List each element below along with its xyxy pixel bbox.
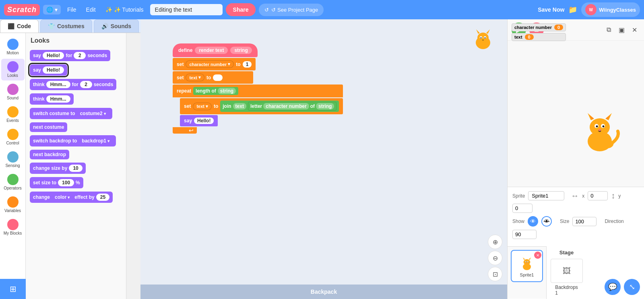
block-next-costume[interactable]: next costume (30, 122, 67, 132)
block-say[interactable]: say Hello! (30, 64, 67, 76)
sprite-name-input[interactable] (528, 191, 564, 200)
block-say-seconds[interactable]: say Hello! for 2 seconds (30, 50, 110, 61)
hat-string: string (230, 47, 252, 54)
tab-costumes[interactable]: 👕 Costumes (40, 19, 92, 33)
zoom-out-button[interactable]: ⊖ (488, 251, 502, 265)
expand-button[interactable]: ⤡ (624, 279, 640, 295)
letter-block: letter character number of string (248, 102, 336, 111)
say-input: Hello! (43, 66, 64, 74)
code-icon: ⬛ (8, 23, 14, 29)
block-change-effect[interactable]: change color ▾ effect by 25 (30, 192, 113, 203)
collapse-stage-button[interactable]: ⧉ (603, 24, 614, 35)
block-think-seconds[interactable]: think Hmm... for 2 seconds (30, 79, 116, 90)
block-set-text-join[interactable]: set text ▾ to join text letter character (180, 98, 343, 114)
block-row-next-costume: next costume (26, 121, 126, 134)
sidebar-item-motion[interactable]: Motion (1, 36, 25, 58)
sprite-delete-button[interactable]: ✕ (534, 252, 541, 259)
folder-icon[interactable]: 📁 (568, 5, 577, 14)
sidebar-item-myblocks[interactable]: My Blocks (1, 217, 25, 238)
backdrop-label: switch backdrop to (33, 138, 77, 144)
size-input[interactable] (572, 217, 597, 226)
costumes-icon: 👕 (48, 23, 55, 29)
block-change-size[interactable]: change size by 10 (30, 163, 86, 174)
sidebar-item-sensing[interactable]: Sensing (1, 149, 25, 171)
svg-marker-2 (476, 29, 480, 34)
backpack-bar[interactable]: Backpack (140, 285, 507, 299)
avatar-image: W (585, 4, 597, 15)
repeat-block-group: repeat length of string set text ▾ to jo… (173, 85, 343, 134)
zoom-fit-button[interactable]: ⊡ (488, 267, 502, 281)
block-think[interactable]: think Hmm... (30, 93, 74, 105)
direction-input[interactable] (512, 230, 537, 239)
effect-dropdown[interactable]: color ▾ (52, 194, 73, 201)
size-label: Size (560, 219, 569, 224)
repeat-end-cap: ↩ (173, 127, 197, 134)
share-button[interactable]: Share (226, 3, 256, 16)
save-now-button[interactable]: Save Now (538, 6, 564, 13)
left-panel: ⬛ Code 👕 Costumes 🔊 Sounds Motion (0, 19, 140, 299)
globe-arrow: ▾ (55, 6, 58, 13)
blocks-panel: Looks say Hello! for 2 seconds say H (26, 33, 126, 299)
sidebar-item-variables[interactable]: Variables (1, 194, 25, 216)
join-block: join text letter character number of str… (220, 101, 339, 112)
sidebar-item-events[interactable]: Events (1, 104, 25, 126)
control-circle (7, 129, 19, 140)
block-repeat[interactable]: repeat length of string (173, 85, 343, 97)
stage-backdrop-thumb[interactable]: 🖼 (551, 259, 583, 283)
var-charnum-value: 0 (554, 25, 563, 30)
tab-sounds[interactable]: 🔊 Sounds (94, 19, 139, 33)
scratch-logo[interactable]: Scratch (4, 4, 40, 16)
edit-menu-button[interactable]: Edit (83, 5, 99, 14)
chat-button[interactable]: 💬 (605, 279, 621, 295)
zoom-in-button[interactable]: ⊕ (488, 235, 502, 249)
stage-cat (580, 105, 620, 155)
block-stack: define render text string set character … (173, 43, 343, 134)
fullscreen-button[interactable]: ✕ (629, 24, 640, 35)
normal-stage-button[interactable]: ▣ (616, 24, 627, 35)
y-input[interactable] (512, 204, 533, 213)
sidebar-item-looks[interactable]: Looks (1, 59, 25, 80)
show-visible-button[interactable]: 👁 (528, 216, 538, 227)
tab-code[interactable]: ⬛ Code (0, 19, 39, 33)
say-hello-input: Hello! (194, 118, 214, 124)
language-button[interactable]: 🌐 ▾ (43, 5, 61, 14)
set-charnum-set: set (177, 62, 184, 67)
x-input[interactable] (588, 191, 608, 200)
user-avatar[interactable]: W WiingyClasses (581, 2, 640, 17)
block-set-charnum[interactable]: set character number ▾ to 1 (173, 58, 256, 70)
add-extension-button[interactable]: ⊞ (0, 279, 26, 299)
see-project-button[interactable]: ↺ ↺ See Project Page (259, 4, 324, 16)
stage-view-controls: ⧉ ▣ ✕ (603, 24, 640, 35)
block-say-hello[interactable]: say Hello! (180, 115, 218, 126)
myblocks-label: My Blocks (4, 231, 22, 236)
block-set-size[interactable]: set size to 100 % (30, 177, 83, 188)
cat-svg-small (471, 27, 495, 52)
var-text-value: 0 (525, 34, 534, 40)
hat-block[interactable]: define render text string (173, 43, 258, 57)
show-hidden-button[interactable]: 👁 (541, 216, 552, 227)
block-row-costume: switch costume to costume2 ▾ (26, 106, 126, 121)
block-switch-costume[interactable]: switch costume to costume2 ▾ (30, 108, 112, 119)
block-switch-backdrop[interactable]: switch backdrop to backdrop1 ▾ (30, 135, 116, 146)
project-title-input[interactable] (150, 4, 223, 15)
say-hello-label: say (184, 118, 192, 124)
backdrop-dropdown[interactable]: backdrop1 ▾ (78, 137, 113, 144)
say-seconds-input1: Hello! (43, 52, 64, 59)
sidebar-item-operators[interactable]: Operators (1, 171, 25, 193)
block-next-backdrop[interactable]: next backdrop (30, 150, 69, 159)
svg-point-6 (481, 37, 482, 39)
set-size-pct: % (76, 180, 80, 186)
sprite-thumb-label: Sprite1 (520, 272, 534, 277)
costume-dropdown[interactable]: costume2 ▾ (77, 110, 109, 117)
sidebar-item-sound[interactable]: Sound (1, 81, 25, 103)
sidebar-item-control[interactable]: Control (1, 126, 25, 148)
tab-code-label: Code (17, 23, 31, 29)
sprite-thumb-sprite1[interactable]: ✕ Sprite1 (511, 250, 543, 282)
tutorials-button[interactable]: ✨ ✨ Tutorials (102, 5, 147, 14)
inner-block-area: set text ▾ to join text letter character (180, 98, 343, 114)
charnum-oval: character number (263, 103, 309, 109)
file-menu-button[interactable]: File (64, 5, 80, 14)
svg-marker-3 (486, 29, 490, 34)
svg-point-17 (603, 126, 605, 128)
block-set-text[interactable]: set text ▾ to (173, 71, 253, 84)
